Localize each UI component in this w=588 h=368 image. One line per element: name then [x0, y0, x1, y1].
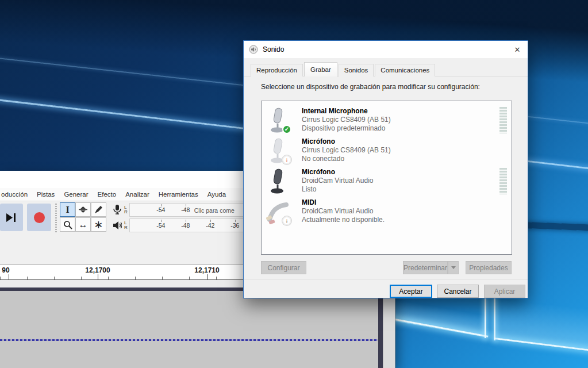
windows-logo-gap-line	[485, 298, 486, 338]
set-default-button[interactable]: Predeterminar	[403, 261, 448, 274]
timeline-label: 12,1710	[194, 266, 219, 274]
playback-meter-tick: -48	[181, 222, 190, 229]
device-status: No conectado	[302, 155, 391, 163]
device-row-midi[interactable]: ↓ MIDI DroidCam Virtual Audio Actualment…	[262, 196, 512, 227]
recording-meter-toolbar[interactable]: LR -54 -48 Clic para come	[113, 202, 244, 217]
apply-button[interactable]: Aplicar	[484, 285, 525, 298]
playback-meter-tick: -42	[206, 222, 214, 229]
device-status: Listo	[302, 185, 374, 194]
ok-button[interactable]: Aceptar	[390, 285, 432, 298]
screen: oducción Pistas Generar Efecto Analizar …	[0, 0, 588, 368]
unavailable-icon: ↓	[282, 216, 291, 225]
playback-meter-toolbar: LR -54 -48 -42 -36	[113, 218, 244, 233]
device-row-internal-microphone[interactable]: ✓ Internal Microphone Cirrus Logic CS840…	[262, 105, 512, 135]
skip-to-end-icon	[6, 213, 17, 222]
device-name: MIDI	[302, 198, 385, 207]
record-meter-right-label: R	[124, 209, 128, 214]
playback-meter-scale: -54 -48 -42 -36	[129, 218, 244, 232]
dialog-tabs: Reproducción Grabar Sonidos Comunicacion…	[244, 63, 528, 76]
tools-toolbar-grip[interactable]	[55, 204, 57, 232]
record-meter-scale: -54 -48 Clic para come	[129, 203, 244, 217]
windows-logo-beam	[494, 338, 588, 351]
device-status: Dispositivo predeterminado	[302, 124, 391, 133]
windows-logo-glow	[393, 299, 486, 338]
timeline-label: 90	[2, 266, 9, 274]
menu-item-reproduccion-partial[interactable]: oducción	[0, 191, 32, 198]
audio-track[interactable]	[0, 291, 378, 368]
record-icon	[34, 212, 45, 223]
recording-device-list: ✓ Internal Microphone Cirrus Logic CS840…	[261, 101, 512, 255]
timeshift-tool-button[interactable]: ↔	[75, 217, 91, 232]
timeshift-tool-icon: ↔	[79, 220, 88, 230]
device-name: Internal Microphone	[302, 107, 391, 116]
dialog-title: Sonido	[263, 45, 284, 53]
track-right-border	[378, 288, 383, 368]
default-device-check-icon: ✓	[282, 125, 291, 134]
device-row-microfono-droidcam[interactable]: Micrófono DroidCam Virtual Audio Listo	[262, 166, 512, 196]
draw-tool-icon	[94, 205, 103, 214]
tab-sonidos[interactable]: Sonidos	[339, 64, 374, 76]
playback-meter-speaker-icon	[113, 221, 122, 230]
playback-meter-right-label: R	[124, 225, 128, 230]
configure-button[interactable]: Configurar	[261, 261, 306, 274]
playback-meter-tick: -54	[156, 222, 165, 229]
zoom-tool-button[interactable]	[60, 217, 75, 232]
set-default-dropdown-button[interactable]	[448, 261, 459, 274]
device-name: Micrófono	[302, 137, 391, 146]
device-row-microfono-cirrus[interactable]: ↓ Micrófono Cirrus Logic CS8409 (AB 51) …	[262, 135, 512, 166]
device-level-meter	[499, 168, 507, 194]
device-description: DroidCam Virtual Audio	[302, 177, 374, 185]
record-meter-monitor-hint: Clic para come	[194, 207, 235, 214]
device-status: Actualmente no disponible.	[302, 216, 385, 224]
playback-meter-tick: -36	[230, 222, 239, 229]
zoom-tool-icon	[63, 220, 72, 229]
timeline-label: 12,1700	[85, 266, 110, 274]
multi-tool-icon: ∗	[94, 222, 103, 228]
tab-grabar[interactable]: Grabar	[304, 62, 337, 76]
windows-logo-beam	[392, 318, 489, 338]
record-meter-tick: -48	[181, 206, 190, 213]
dialog-titlebar[interactable]: Sonido ✕	[244, 41, 528, 58]
menu-item-generar[interactable]: Generar	[59, 191, 93, 198]
device-level-meter	[499, 107, 507, 133]
not-connected-icon: ↓	[282, 155, 291, 164]
draw-tool-button[interactable]	[91, 202, 106, 217]
device-name: Micrófono	[302, 168, 374, 177]
record-meter-mic-icon	[113, 204, 122, 216]
device-description: Cirrus Logic CS8409 (AB 51)	[302, 116, 391, 124]
windows-logo-glow	[495, 299, 588, 349]
footer-separator	[244, 279, 528, 280]
device-description: DroidCam Virtual Audio	[302, 207, 385, 216]
microphone-icon	[267, 168, 289, 194]
instruction-text: Seleccione un dispositivo de grabación p…	[261, 83, 480, 91]
properties-button[interactable]: Propiedades	[466, 261, 512, 274]
menu-item-pistas[interactable]: Pistas	[32, 191, 59, 198]
menu-item-efecto[interactable]: Efecto	[93, 191, 121, 198]
envelope-tool-icon	[78, 205, 88, 214]
cancel-button[interactable]: Cancelar	[437, 285, 479, 298]
close-icon[interactable]: ✕	[507, 41, 528, 58]
multi-tool-button[interactable]: ∗	[91, 217, 106, 232]
skip-to-end-button[interactable]	[0, 204, 23, 231]
envelope-tool-button[interactable]	[75, 202, 91, 217]
record-meter-tick: -54	[156, 206, 165, 213]
windows-logo-gap-line	[494, 298, 495, 340]
selection-tool-button[interactable]: I	[60, 202, 75, 217]
tab-comunicaciones[interactable]: Comunicaciones	[375, 64, 435, 76]
menu-item-ayuda[interactable]: Ayuda	[203, 191, 230, 198]
record-button[interactable]	[27, 204, 51, 231]
sound-dialog: Sonido ✕ Reproducción Grabar Sonidos Com…	[243, 40, 528, 298]
menu-item-analizar[interactable]: Analizar	[121, 191, 154, 198]
sound-speaker-icon	[249, 45, 258, 54]
device-description: Cirrus Logic CS8409 (AB 51)	[302, 146, 391, 155]
tab-reproduccion[interactable]: Reproducción	[251, 64, 303, 76]
waveform-zero-line	[0, 339, 378, 341]
menu-item-herramientas[interactable]: Herramientas	[154, 191, 203, 198]
selection-tool-icon: I	[66, 205, 69, 215]
dropdown-arrow-icon	[451, 266, 456, 269]
